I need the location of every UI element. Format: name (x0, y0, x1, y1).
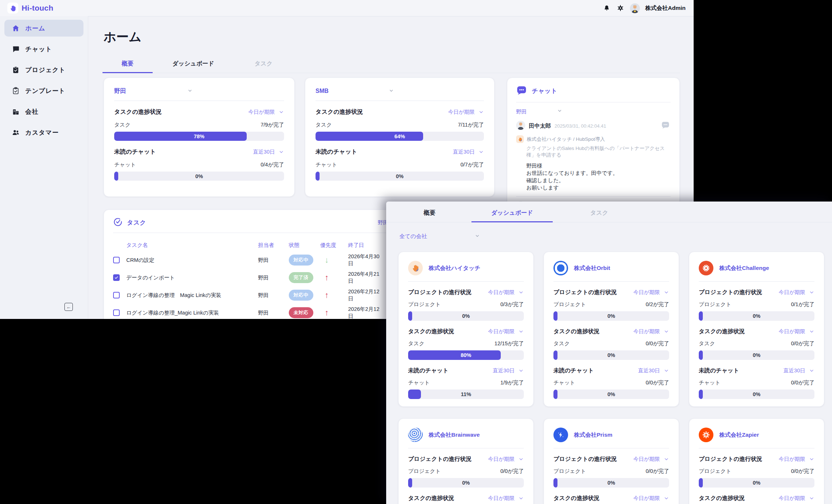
section-filter-dropdown[interactable]: 直近30日 (493, 367, 524, 374)
task-checkbox[interactable] (113, 274, 120, 281)
progress-count: 12/15が完了 (495, 340, 524, 347)
notifications-bell-icon[interactable] (603, 4, 611, 12)
section-filter-dropdown[interactable]: 今日が期限 (779, 495, 814, 502)
company-card-header[interactable]: 株式会社Prism (553, 428, 669, 442)
open-chat-icon[interactable] (661, 121, 670, 131)
section-filter-dropdown[interactable]: 今日が期限 (633, 328, 669, 335)
stat-sections: タスクの進捗状況 今日が期限 タスク 7/9が完了 78% 未読のチャット 直近… (114, 108, 284, 181)
progress-label: チャット (316, 161, 337, 168)
progress-section: プロジェクトの進行状況 今日が期限 プロジェクト 0/3が完了 0% (408, 289, 524, 321)
chevron-down-icon (478, 109, 484, 115)
section-filter-dropdown[interactable]: 直近30日 (453, 148, 484, 155)
sidebar-item-project[interactable]: プロジェクト (4, 61, 83, 78)
prism-logo-icon (553, 428, 568, 442)
message-project-tag[interactable]: 株式会社ハイタッチ / HubSpot導入 (527, 136, 605, 143)
stat-card-dropdown[interactable]: SMB (316, 87, 484, 95)
tab-overview[interactable]: 概要 (102, 53, 153, 73)
task-card-title: タスク (127, 219, 146, 227)
company-name: 株式会社Zapier (719, 431, 759, 439)
progress-label: タスク (408, 340, 425, 347)
chevron-down-icon (809, 329, 814, 334)
tab-dashboard[interactable]: ダッシュボード (471, 202, 553, 222)
home-icon (12, 24, 20, 32)
section-filter-dropdown[interactable]: 直近30日 (783, 367, 814, 374)
section-filter-dropdown[interactable]: 直近30日 (253, 148, 284, 155)
section-filter-dropdown[interactable]: 今日が期限 (488, 456, 524, 463)
divider (553, 281, 669, 282)
sidebar-collapse-button[interactable]: ← (64, 303, 73, 311)
progress-section: タスクの進捗状況 今日が期限 タスク 0/0が完了 0% (699, 328, 814, 360)
sidebar-item-home[interactable]: ホーム (4, 20, 83, 37)
section-filter-dropdown[interactable]: 今日が期限 (633, 456, 669, 463)
sidebar-item-company[interactable]: 会社 (4, 103, 83, 120)
progress-bar: 0% (408, 478, 524, 488)
progress-percent: 0% (408, 478, 524, 488)
company-card-header[interactable]: 株式会社Challenge (699, 261, 814, 275)
tab-dashboard[interactable]: ダッシュボード (153, 53, 234, 73)
settings-gear-icon[interactable] (616, 4, 624, 12)
chevron-down-icon (518, 290, 524, 295)
section-filter-value: 今日が期限 (448, 109, 475, 116)
tab-overview[interactable]: 概要 (404, 202, 455, 222)
progress-card-smb: SMB タスクの進捗状況 今日が期限 タスク 7/11が完了 64% 未読のチャ… (305, 78, 495, 197)
current-account-name[interactable]: 株式会社Admin (645, 4, 686, 12)
divider (699, 448, 814, 448)
progress-section: 未読のチャット 直近30日 チャット 0/0が完了 0% (553, 367, 669, 399)
progress-bar: 80% (408, 350, 524, 360)
section-heading: プロジェクトの進行状況 (553, 455, 617, 463)
project-icon (12, 66, 20, 74)
company-card-header[interactable]: 株式会社ハイタッチ (408, 261, 524, 275)
progress-label: チャット (408, 379, 430, 386)
section-filter-dropdown[interactable]: 今日が期限 (488, 328, 524, 335)
app-logo[interactable]: Hi-touch (0, 3, 53, 14)
progress-bar: 0% (699, 478, 814, 488)
progress-bar: 0% (699, 390, 814, 399)
section-filter-dropdown[interactable]: 今日が期限 (779, 328, 814, 335)
section-filter-dropdown[interactable]: 今日が期限 (488, 289, 524, 296)
section-filter-dropdown[interactable]: 今日が期限 (488, 495, 524, 502)
tab-label: 概要 (122, 60, 134, 68)
company-filter-dropdown[interactable]: 全ての会社 (399, 233, 480, 240)
section-filter-dropdown[interactable]: 直近30日 (638, 367, 669, 374)
section-heading: タスクの進捗状況 (699, 328, 745, 335)
section-filter-dropdown[interactable]: 今日が期限 (448, 109, 484, 116)
divider (699, 281, 814, 282)
stat-card-dropdown[interactable]: 野田 (114, 87, 284, 95)
task-checkbox[interactable] (113, 257, 120, 263)
section-filter-dropdown[interactable]: 今日が期限 (633, 495, 669, 502)
task-checkbox[interactable] (113, 309, 120, 316)
progress-section: プロジェクトの進行状況 今日が期限 プロジェクト 0/0が完了 0% (699, 455, 814, 488)
company-card-header[interactable]: 株式会社Orbit (553, 261, 669, 275)
section-filter-dropdown[interactable]: 今日が期限 (633, 289, 669, 296)
section-filter-value: 今日が期限 (779, 495, 805, 502)
sidebar-item-chat[interactable]: チャット (4, 41, 83, 57)
col-due-date: 終了日 (348, 242, 386, 249)
progress-label: タスク (316, 121, 332, 128)
sender-avatar (516, 121, 525, 131)
progress-count: 0/1が完了 (791, 301, 814, 308)
screenshot-canvas: { "topbar": { "logo": "Hi-touch", "user"… (0, 0, 832, 504)
section-filter-dropdown[interactable]: 今日が期限 (779, 456, 814, 463)
divider (408, 281, 524, 282)
task-checkbox[interactable] (113, 292, 120, 298)
section-heading: 未読のチャット (114, 148, 156, 156)
company-card: 株式会社ハイタッチ プロジェクトの進行状況 今日が期限 プロジェクト 0/3が完… (398, 252, 534, 407)
chat-message[interactable]: 田中太郎 2025/03/31, 00:42:04.41 株式会社ハイタッチ /… (516, 121, 671, 197)
status-badge: 完了済 (289, 272, 313, 283)
company-card-header[interactable]: 株式会社Brainwave (408, 428, 524, 442)
section-filter-dropdown[interactable]: 今日が期限 (779, 289, 814, 296)
section-filter-dropdown[interactable]: 今日が期限 (248, 109, 284, 116)
divider (114, 101, 284, 101)
section-heading: 未読のチャット (699, 367, 739, 375)
company-card-header[interactable]: 株式会社Zapier (699, 428, 814, 442)
user-avatar[interactable] (630, 3, 640, 13)
sidebar-item-customer[interactable]: カスタマー (4, 124, 83, 141)
chat-filter-dropdown[interactable]: 野田 (516, 107, 671, 116)
tab-tasks[interactable]: タスク (234, 53, 293, 73)
progress-section: タスクの進捗状況 今日が期限 タスク 0/0が完了 0% (408, 494, 524, 504)
tab-tasks[interactable]: タスク (570, 202, 629, 222)
sidebar-item-template[interactable]: テンプレート (4, 82, 83, 99)
progress-label: チャット (114, 161, 136, 168)
chevron-down-icon (389, 88, 394, 95)
section-heading: タスクの進捗状況 (699, 494, 745, 502)
